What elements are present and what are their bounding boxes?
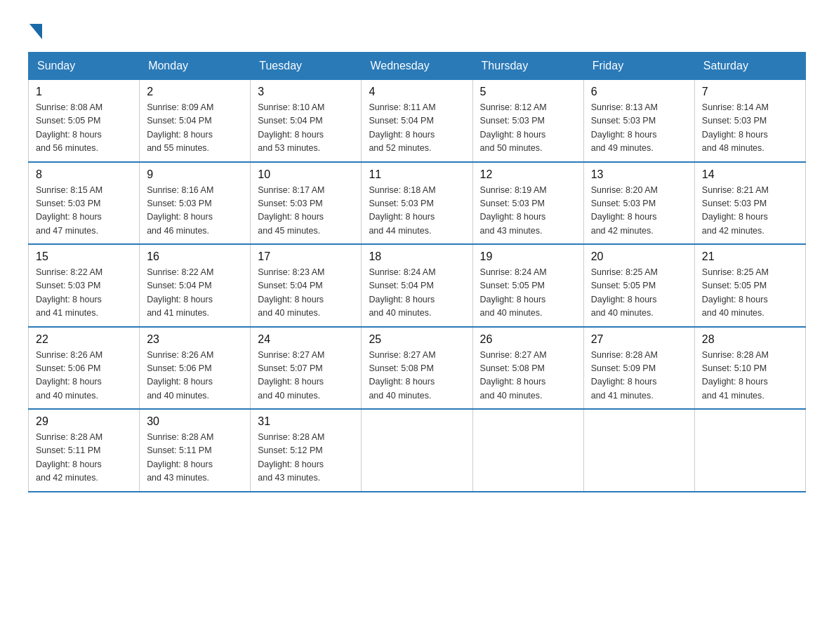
day-number: 25 (369, 333, 465, 346)
day-number: 11 (369, 168, 465, 181)
day-number: 6 (591, 86, 687, 98)
day-info: Sunrise: 8:22 AMSunset: 5:04 PMDaylight:… (147, 266, 243, 321)
day-info: Sunrise: 8:25 AMSunset: 5:05 PMDaylight:… (591, 266, 687, 321)
day-info: Sunrise: 8:18 AMSunset: 5:03 PMDaylight:… (369, 184, 465, 239)
day-number: 17 (258, 250, 354, 263)
day-number: 2 (147, 86, 243, 98)
day-number: 16 (147, 250, 243, 263)
calendar-cell: 19 Sunrise: 8:24 AMSunset: 5:05 PMDaylig… (472, 244, 583, 327)
day-number: 1 (36, 86, 132, 98)
calendar-cell: 11 Sunrise: 8:18 AMSunset: 5:03 PMDaylig… (362, 162, 472, 245)
day-header-sunday: Sunday (29, 53, 140, 80)
day-header-friday: Friday (583, 53, 694, 80)
page-header (28, 21, 806, 38)
day-number: 12 (480, 168, 576, 181)
day-number: 7 (702, 86, 798, 98)
day-number: 21 (702, 250, 798, 263)
day-info: Sunrise: 8:21 AMSunset: 5:03 PMDaylight:… (702, 184, 798, 239)
day-info: Sunrise: 8:19 AMSunset: 5:03 PMDaylight:… (480, 184, 576, 239)
day-info: Sunrise: 8:28 AMSunset: 5:11 PMDaylight:… (147, 431, 243, 485)
day-info: Sunrise: 8:27 AMSunset: 5:08 PMDaylight:… (369, 349, 465, 403)
calendar-cell: 10 Sunrise: 8:17 AMSunset: 5:03 PMDaylig… (251, 162, 362, 245)
day-info: Sunrise: 8:09 AMSunset: 5:04 PMDaylight:… (147, 101, 243, 156)
day-header-tuesday: Tuesday (251, 53, 362, 80)
day-info: Sunrise: 8:28 AMSunset: 5:11 PMDaylight:… (36, 431, 132, 485)
calendar-cell (694, 409, 805, 492)
calendar-week-4: 22 Sunrise: 8:26 AMSunset: 5:06 PMDaylig… (29, 327, 806, 410)
day-info: Sunrise: 8:16 AMSunset: 5:03 PMDaylight:… (147, 184, 243, 239)
day-info: Sunrise: 8:26 AMSunset: 5:06 PMDaylight:… (36, 349, 132, 403)
calendar-week-1: 1 Sunrise: 8:08 AMSunset: 5:05 PMDayligh… (29, 80, 806, 162)
day-number: 22 (36, 333, 132, 346)
day-number: 27 (591, 333, 687, 346)
calendar-cell: 4 Sunrise: 8:11 AMSunset: 5:04 PMDayligh… (362, 80, 472, 162)
calendar-cell: 28 Sunrise: 8:28 AMSunset: 5:10 PMDaylig… (694, 327, 805, 410)
calendar-cell: 25 Sunrise: 8:27 AMSunset: 5:08 PMDaylig… (362, 327, 472, 410)
calendar-cell: 22 Sunrise: 8:26 AMSunset: 5:06 PMDaylig… (29, 327, 140, 410)
day-info: Sunrise: 8:20 AMSunset: 5:03 PMDaylight:… (591, 184, 687, 239)
day-info: Sunrise: 8:27 AMSunset: 5:07 PMDaylight:… (258, 349, 354, 403)
day-number: 14 (702, 168, 798, 181)
calendar-cell: 27 Sunrise: 8:28 AMSunset: 5:09 PMDaylig… (583, 327, 694, 410)
calendar-cell: 8 Sunrise: 8:15 AMSunset: 5:03 PMDayligh… (29, 162, 140, 245)
day-info: Sunrise: 8:15 AMSunset: 5:03 PMDaylight:… (36, 184, 132, 239)
day-header-thursday: Thursday (472, 53, 583, 80)
day-number: 23 (147, 333, 243, 346)
day-number: 19 (480, 250, 576, 263)
day-number: 29 (36, 415, 132, 428)
calendar-cell: 30 Sunrise: 8:28 AMSunset: 5:11 PMDaylig… (140, 409, 251, 492)
day-info: Sunrise: 8:23 AMSunset: 5:04 PMDaylight:… (258, 266, 354, 321)
calendar-cell: 29 Sunrise: 8:28 AMSunset: 5:11 PMDaylig… (29, 409, 140, 492)
day-header-monday: Monday (140, 53, 251, 80)
calendar-cell (472, 409, 583, 492)
calendar-cell: 13 Sunrise: 8:20 AMSunset: 5:03 PMDaylig… (583, 162, 694, 245)
day-number: 4 (369, 86, 465, 98)
calendar-cell: 2 Sunrise: 8:09 AMSunset: 5:04 PMDayligh… (140, 80, 251, 162)
day-info: Sunrise: 8:28 AMSunset: 5:09 PMDaylight:… (591, 349, 687, 403)
day-number: 5 (480, 86, 576, 98)
day-info: Sunrise: 8:22 AMSunset: 5:03 PMDaylight:… (36, 266, 132, 321)
day-number: 24 (258, 333, 354, 346)
day-info: Sunrise: 8:14 AMSunset: 5:03 PMDaylight:… (702, 101, 798, 156)
day-number: 13 (591, 168, 687, 181)
day-info: Sunrise: 8:08 AMSunset: 5:05 PMDaylight:… (36, 101, 132, 156)
calendar-cell: 31 Sunrise: 8:28 AMSunset: 5:12 PMDaylig… (251, 409, 362, 492)
calendar-cell (362, 409, 472, 492)
calendar-cell: 24 Sunrise: 8:27 AMSunset: 5:07 PMDaylig… (251, 327, 362, 410)
calendar-cell: 3 Sunrise: 8:10 AMSunset: 5:04 PMDayligh… (251, 80, 362, 162)
calendar-cell: 23 Sunrise: 8:26 AMSunset: 5:06 PMDaylig… (140, 327, 251, 410)
day-number: 18 (369, 250, 465, 263)
calendar-cell: 14 Sunrise: 8:21 AMSunset: 5:03 PMDaylig… (694, 162, 805, 245)
logo-arrow-icon (29, 24, 42, 39)
calendar-cell: 9 Sunrise: 8:16 AMSunset: 5:03 PMDayligh… (140, 162, 251, 245)
day-number: 20 (591, 250, 687, 263)
calendar-cell: 6 Sunrise: 8:13 AMSunset: 5:03 PMDayligh… (583, 80, 694, 162)
calendar-table: SundayMondayTuesdayWednesdayThursdayFrid… (28, 52, 806, 492)
day-number: 30 (147, 415, 243, 428)
day-number: 31 (258, 415, 354, 428)
calendar-cell: 7 Sunrise: 8:14 AMSunset: 5:03 PMDayligh… (694, 80, 805, 162)
day-info: Sunrise: 8:13 AMSunset: 5:03 PMDaylight:… (591, 101, 687, 156)
day-info: Sunrise: 8:12 AMSunset: 5:03 PMDaylight:… (480, 101, 576, 156)
day-info: Sunrise: 8:25 AMSunset: 5:05 PMDaylight:… (702, 266, 798, 321)
calendar-cell: 16 Sunrise: 8:22 AMSunset: 5:04 PMDaylig… (140, 244, 251, 327)
calendar-cell: 17 Sunrise: 8:23 AMSunset: 5:04 PMDaylig… (251, 244, 362, 327)
day-info: Sunrise: 8:26 AMSunset: 5:06 PMDaylight:… (147, 349, 243, 403)
day-info: Sunrise: 8:27 AMSunset: 5:08 PMDaylight:… (480, 349, 576, 403)
day-info: Sunrise: 8:17 AMSunset: 5:03 PMDaylight:… (258, 184, 354, 239)
day-number: 26 (480, 333, 576, 346)
calendar-cell: 12 Sunrise: 8:19 AMSunset: 5:03 PMDaylig… (472, 162, 583, 245)
day-number: 10 (258, 168, 354, 181)
day-number: 28 (702, 333, 798, 346)
calendar-cell (583, 409, 694, 492)
day-number: 15 (36, 250, 132, 263)
calendar-cell: 15 Sunrise: 8:22 AMSunset: 5:03 PMDaylig… (29, 244, 140, 327)
calendar-cell: 26 Sunrise: 8:27 AMSunset: 5:08 PMDaylig… (472, 327, 583, 410)
day-number: 3 (258, 86, 354, 98)
calendar-week-3: 15 Sunrise: 8:22 AMSunset: 5:03 PMDaylig… (29, 244, 806, 327)
logo (28, 21, 42, 38)
day-info: Sunrise: 8:11 AMSunset: 5:04 PMDaylight:… (369, 101, 465, 156)
calendar-week-5: 29 Sunrise: 8:28 AMSunset: 5:11 PMDaylig… (29, 409, 806, 492)
day-number: 8 (36, 168, 132, 181)
calendar-cell: 20 Sunrise: 8:25 AMSunset: 5:05 PMDaylig… (583, 244, 694, 327)
